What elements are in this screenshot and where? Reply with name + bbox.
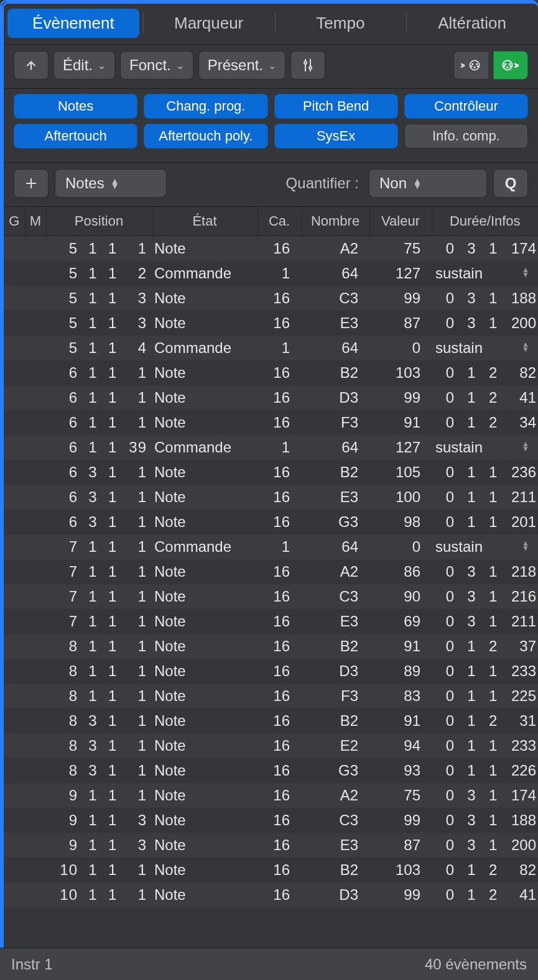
cell-pos[interactable]: 9 1 1 3 [46,808,152,833]
table-row[interactable]: 7 1 1 1Note16A2860 3 1 218 [4,559,538,584]
cell-g[interactable] [4,808,25,833]
col-pos[interactable]: Position [46,207,152,236]
cell-m[interactable] [25,808,46,833]
cell-val[interactable]: 86 [369,559,432,584]
cell-num[interactable]: F3 [301,410,369,435]
quantize-select[interactable]: Non ▲▼ [369,169,487,198]
cell-pos[interactable]: 8 3 1 1 [46,758,152,783]
filter-progchange[interactable]: Chang. prog. [144,94,267,119]
cell-etat[interactable]: Note [152,833,257,858]
cell-ca[interactable]: 16 [257,385,301,410]
cell-ca[interactable]: 16 [257,733,301,758]
cell-val[interactable]: 100 [369,485,432,510]
cell-m[interactable] [25,609,46,634]
cell-dur[interactable]: sustain▲▼ [432,336,538,360]
cell-g[interactable] [4,360,25,385]
cell-ca[interactable]: 1 [257,534,301,559]
col-ca[interactable]: Ca. [257,207,301,236]
cell-etat[interactable]: Note [152,708,257,733]
cell-num[interactable]: 64 [301,261,369,286]
col-dur[interactable]: Durée/Infos [432,207,538,236]
cell-g[interactable] [4,510,25,534]
cell-pos[interactable]: 9 1 1 3 [46,833,152,858]
table-row[interactable]: 6 1 1 1Note16F3910 1 2 34 [4,410,538,435]
cell-m[interactable] [25,485,46,510]
cell-num[interactable]: A2 [301,559,369,584]
table-row[interactable]: 8 3 1 1Note16G3930 1 1 226 [4,758,538,783]
filter-sysex[interactable]: SysEx [274,124,398,149]
cell-etat[interactable]: Note [152,659,257,684]
cell-ca[interactable]: 16 [257,559,301,584]
cell-pos[interactable]: 6 1 1 39 [46,435,152,460]
cell-dur[interactable]: 0 3 1 174 [432,783,538,808]
cell-ca[interactable]: 16 [257,882,301,907]
cell-pos[interactable]: 6 3 1 1 [46,485,152,510]
cell-dur[interactable]: 0 1 2 82 [432,858,538,882]
cell-num[interactable]: A2 [301,783,369,808]
cell-pos[interactable]: 8 3 1 1 [46,733,152,758]
cell-etat[interactable]: Note [152,609,257,634]
table-row[interactable]: 7 1 1 1Note16C3900 3 1 216 [4,584,538,609]
cell-g[interactable] [4,311,25,336]
table-row[interactable]: 7 1 1 1Note16E3690 3 1 211 [4,609,538,634]
cell-num[interactable]: E3 [301,609,369,634]
cell-val[interactable]: 103 [369,360,432,385]
cell-pos[interactable]: 6 3 1 1 [46,510,152,534]
cell-g[interactable] [4,684,25,708]
cell-g[interactable] [4,708,25,733]
table-row[interactable]: 5 1 1 4Commande1640sustain▲▼ [4,336,538,360]
cell-num[interactable]: D3 [301,659,369,684]
cell-g[interactable] [4,882,25,907]
cell-dur[interactable]: 0 3 1 216 [432,584,538,609]
cell-dur[interactable]: sustain▲▼ [432,261,538,286]
cell-m[interactable] [25,311,46,336]
tab-event[interactable]: Évènement [7,9,139,38]
cell-num[interactable]: E3 [301,833,369,858]
cell-val[interactable]: 94 [369,733,432,758]
cell-dur[interactable]: 0 3 1 188 [432,286,538,311]
cell-num[interactable]: F3 [301,684,369,708]
cell-pos[interactable]: 8 1 1 1 [46,659,152,684]
cell-pos[interactable]: 10 1 1 1 [46,882,152,907]
cell-num[interactable]: D3 [301,385,369,410]
cell-m[interactable] [25,236,46,262]
cell-g[interactable] [4,833,25,858]
cell-num[interactable]: E3 [301,311,369,336]
cell-ca[interactable]: 16 [257,684,301,708]
cell-ca[interactable]: 16 [257,758,301,783]
table-row[interactable]: 6 1 1 1Note16B21030 1 2 82 [4,360,538,385]
cell-val[interactable]: 99 [369,808,432,833]
cell-g[interactable] [4,261,25,286]
cell-ca[interactable]: 16 [257,311,301,336]
cell-m[interactable] [25,510,46,534]
cell-dur[interactable]: 0 1 2 37 [432,634,538,659]
table-row[interactable]: 8 3 1 1Note16E2940 1 1 233 [4,733,538,758]
cell-pos[interactable]: 7 1 1 1 [46,559,152,584]
cell-etat[interactable]: Note [152,808,257,833]
cell-g[interactable] [4,485,25,510]
cell-num[interactable]: C3 [301,286,369,311]
cell-m[interactable] [25,261,46,286]
table-row[interactable]: 10 1 1 1Note16D3990 1 2 41 [4,882,538,907]
cell-m[interactable] [25,336,46,360]
table-row[interactable]: 9 1 1 3Note16E3870 3 1 200 [4,833,538,858]
tab-marker[interactable]: Marqueur [143,9,275,38]
cell-etat[interactable]: Note [152,360,257,385]
cell-num[interactable]: D3 [301,882,369,907]
cell-ca[interactable]: 16 [257,286,301,311]
cell-ca[interactable]: 16 [257,460,301,485]
cell-etat[interactable]: Commande [152,336,257,360]
cell-m[interactable] [25,858,46,882]
cell-m[interactable] [25,360,46,385]
cell-g[interactable] [4,758,25,783]
cell-dur[interactable]: 0 1 1 233 [432,733,538,758]
cell-ca[interactable]: 16 [257,609,301,634]
cell-m[interactable] [25,733,46,758]
table-row[interactable]: 6 1 1 1Note16D3990 1 2 41 [4,385,538,410]
cell-dur[interactable]: 0 1 2 41 [432,385,538,410]
cell-num[interactable]: 64 [301,336,369,360]
presentation-menu[interactable]: Présent. ⌄ [198,51,285,80]
cell-val[interactable]: 98 [369,510,432,534]
cell-dur[interactable]: 0 1 2 41 [432,882,538,907]
functions-menu[interactable]: Fonct. ⌄ [120,51,193,80]
